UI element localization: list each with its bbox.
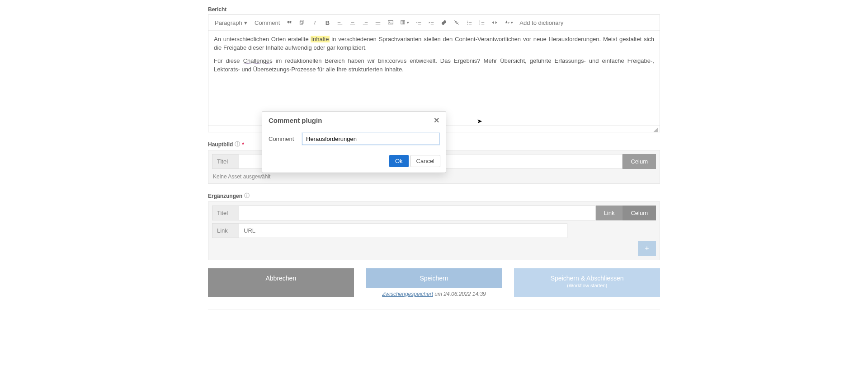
ergaenzungen-label: Ergänzungen ⓘ — [208, 192, 660, 200]
svg-rect-0 — [301, 20, 303, 23]
table-icon[interactable]: ▾ — [398, 18, 411, 28]
bold-icon[interactable]: B — [322, 18, 332, 28]
comment-button[interactable]: Comment — [253, 19, 282, 27]
ergaenzungen-panel: Titel Link Celum Link + — [208, 201, 660, 260]
editor-paragraph: An unterschiedlichen Orten erstellte Inh… — [214, 35, 654, 52]
indent-icon[interactable] — [426, 18, 436, 28]
info-icon: ⓘ — [244, 192, 250, 200]
action-bar: Abbrechen Speichern Zwischengespeichert … — [208, 268, 660, 297]
ok-button[interactable]: Ok — [389, 155, 409, 167]
text-fragment: An unterschiedlichen Orten erstellte — [214, 36, 311, 42]
svg-text:3: 3 — [480, 23, 481, 25]
unordered-list-icon[interactable] — [464, 18, 474, 28]
modal-header: Comment plugin ✕ — [262, 112, 446, 129]
autosave-info: Zwischengespeichert um 24.06.2022 14:39 — [366, 291, 503, 297]
copy-icon[interactable] — [297, 18, 307, 28]
link-label: Link — [212, 223, 239, 238]
bericht-label: Bericht — [208, 6, 660, 13]
text-fragment: im redaktionellen Bereich haben wir brix… — [214, 57, 654, 73]
modal-footer: Ok Cancel — [262, 151, 446, 173]
svg-point-30 — [467, 24, 468, 25]
spellcheck-word: Challenges — [243, 57, 273, 64]
add-dictionary-button[interactable]: Add to dictionary — [518, 19, 565, 27]
save-close-sublabel: (Workflow starten) — [519, 283, 656, 288]
titel-input-wrap — [239, 206, 596, 220]
divider — [208, 309, 660, 309]
cancel-button[interactable]: Abbrechen — [208, 268, 354, 297]
text-fragment: Für diese — [214, 57, 243, 64]
svg-point-28 — [467, 21, 468, 22]
modal-title: Comment plugin — [269, 117, 322, 124]
hauptbild-label-text: Hauptbild — [208, 141, 233, 148]
save-button[interactable]: Speichern — [366, 268, 503, 288]
link-icon[interactable] — [439, 18, 449, 28]
unlink-icon[interactable] — [452, 18, 462, 28]
comment-input[interactable] — [302, 133, 439, 145]
bericht-label-text: Bericht — [208, 6, 226, 13]
save-close-label: Speichern & Abschliessen — [551, 275, 624, 282]
close-icon[interactable]: ✕ — [434, 116, 439, 125]
svg-point-29 — [467, 22, 468, 23]
spellcheck-icon[interactable]: ▾ — [502, 18, 515, 28]
align-justify-icon[interactable] — [373, 18, 383, 28]
save-close-button[interactable]: Speichern & Abschliessen (Workflow start… — [514, 268, 660, 297]
autosave-timestamp: um 24.06.2022 14:39 — [433, 291, 486, 297]
svg-rect-1 — [300, 21, 303, 24]
code-icon[interactable] — [490, 18, 500, 28]
image-icon[interactable] — [386, 18, 396, 28]
erg-titel-input[interactable] — [239, 206, 595, 220]
italic-icon[interactable]: I — [310, 18, 320, 28]
cancel-button[interactable]: Cancel — [410, 155, 440, 167]
ergaenzungen-label-text: Ergänzungen — [208, 193, 242, 199]
link-input-wrap — [239, 223, 567, 238]
align-right-icon[interactable] — [360, 18, 370, 28]
titel-label: Titel — [212, 206, 239, 220]
erg-link-row: Link — [212, 223, 567, 238]
celum-button[interactable]: Celum — [623, 154, 656, 169]
celum-button[interactable]: Celum — [623, 206, 656, 220]
align-center-icon[interactable] — [348, 18, 358, 28]
titel-label: Titel — [212, 154, 239, 169]
comment-plugin-modal: Comment plugin ✕ Comment Ok Cancel — [262, 111, 446, 173]
svg-line-27 — [455, 20, 459, 24]
chevron-down-icon: ▾ — [244, 19, 247, 26]
required-star: * — [242, 141, 244, 148]
editor-toolbar: Paragraph ▾ Comment I B ▾ 123 ▾ Add to d… — [208, 15, 660, 31]
block-format-select[interactable]: Paragraph ▾ — [212, 19, 250, 27]
svg-rect-16 — [401, 20, 405, 24]
erg-titel-row: Titel Link Celum — [212, 206, 656, 220]
block-format-label: Paragraph — [215, 19, 242, 26]
info-icon: ⓘ — [235, 140, 240, 148]
autosave-link[interactable]: Zwischengespeichert — [382, 291, 433, 297]
erg-link-input[interactable] — [239, 224, 567, 238]
link-button[interactable]: Link — [596, 206, 623, 220]
align-left-icon[interactable] — [335, 18, 345, 28]
quote-icon[interactable] — [284, 18, 294, 28]
editor-paragraph: Für diese Challenges im redaktionellen B… — [214, 57, 654, 74]
highlighted-text: Inhalte — [311, 36, 329, 42]
modal-body: Comment — [262, 129, 446, 151]
comment-field-label: Comment — [269, 136, 297, 142]
add-ergaenzung-button[interactable]: + — [638, 241, 656, 256]
ordered-list-icon[interactable]: 123 — [477, 18, 487, 28]
outdent-icon[interactable] — [414, 18, 424, 28]
